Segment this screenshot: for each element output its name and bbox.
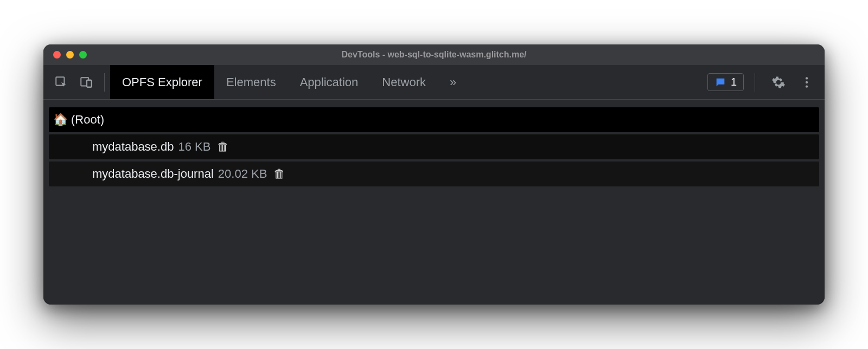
svg-rect-2 bbox=[87, 80, 92, 87]
settings-button[interactable] bbox=[768, 72, 789, 93]
toolbar-separator bbox=[755, 73, 755, 92]
tab-application[interactable]: Application bbox=[288, 65, 371, 99]
window-title: DevTools - web-sql-to-sqlite-wasm.glitch… bbox=[43, 50, 825, 60]
traffic-lights bbox=[43, 51, 87, 59]
console-messages-button[interactable]: 1 bbox=[707, 73, 744, 91]
more-menu-button[interactable] bbox=[796, 72, 817, 93]
file-size: 20.02 KB bbox=[218, 167, 267, 181]
file-name: mydatabase.db-journal bbox=[92, 167, 214, 181]
trash-icon[interactable]: 🗑 bbox=[273, 167, 285, 181]
close-window-button[interactable] bbox=[53, 51, 61, 59]
tab-label: Network bbox=[382, 75, 426, 89]
tab-network[interactable]: Network bbox=[370, 65, 438, 99]
tab-elements[interactable]: Elements bbox=[214, 65, 288, 99]
file-size: 16 KB bbox=[178, 140, 210, 154]
maximize-window-button[interactable] bbox=[79, 51, 87, 59]
root-label: (Root) bbox=[71, 113, 104, 127]
home-icon: 🏠 bbox=[53, 113, 68, 127]
tree-root-row[interactable]: 🏠 (Root) bbox=[49, 107, 819, 132]
devtools-toolbar: OPFS Explorer Elements Application Netwo… bbox=[43, 65, 825, 100]
messages-count: 1 bbox=[731, 76, 737, 88]
svg-point-6 bbox=[806, 85, 808, 87]
svg-point-5 bbox=[806, 81, 808, 83]
file-name: mydatabase.db bbox=[92, 140, 174, 154]
kebab-icon bbox=[800, 75, 814, 89]
tree-file-row[interactable]: mydatabase.db-journal 20.02 KB 🗑 bbox=[49, 161, 819, 186]
message-icon bbox=[714, 76, 726, 88]
title-bar: DevTools - web-sql-to-sqlite-wasm.glitch… bbox=[43, 44, 825, 65]
toolbar-right-group: 1 bbox=[707, 72, 819, 93]
svg-point-4 bbox=[806, 77, 808, 79]
minimize-window-button[interactable] bbox=[66, 51, 74, 59]
inspect-element-icon[interactable] bbox=[51, 72, 72, 93]
tab-label: Application bbox=[300, 75, 359, 89]
toolbar-separator bbox=[104, 73, 105, 92]
trash-icon[interactable]: 🗑 bbox=[217, 140, 229, 154]
tree-file-row[interactable]: mydatabase.db 16 KB 🗑 bbox=[49, 134, 819, 159]
tab-opfs-explorer[interactable]: OPFS Explorer bbox=[110, 65, 214, 99]
gear-icon bbox=[771, 75, 786, 89]
devtools-window: DevTools - web-sql-to-sqlite-wasm.glitch… bbox=[43, 44, 825, 305]
chevron-right-icon: » bbox=[450, 75, 456, 89]
tab-label: OPFS Explorer bbox=[122, 75, 202, 89]
tab-label: Elements bbox=[226, 75, 276, 89]
device-toggle-icon[interactable] bbox=[76, 72, 97, 93]
opfs-content-panel: 🏠 (Root) mydatabase.db 16 KB 🗑 mydatabas… bbox=[43, 100, 825, 305]
tabs-overflow-button[interactable]: » bbox=[438, 65, 468, 99]
